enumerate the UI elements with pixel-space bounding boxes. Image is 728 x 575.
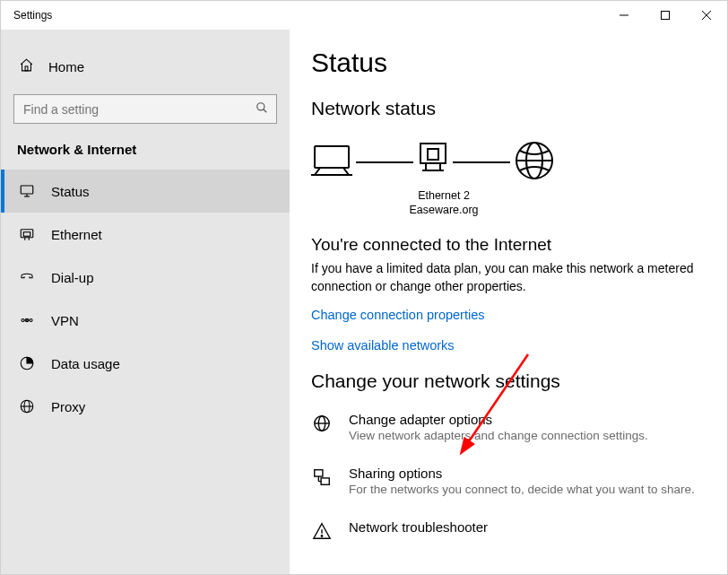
connection-name: Ethernet 2 (311, 189, 576, 204)
warning-icon (311, 519, 333, 541)
search-container (1, 85, 290, 136)
settings-window: Settings Home (0, 0, 728, 575)
svg-point-15 (30, 319, 32, 322)
globe-icon (514, 140, 555, 185)
titlebar: Settings (1, 1, 727, 30)
row-desc: View network adapters and change connect… (349, 429, 648, 442)
svg-point-5 (257, 102, 264, 109)
vpn-icon (19, 312, 35, 328)
row-network-troubleshooter[interactable]: Network troubleshooter (311, 519, 706, 541)
globe-icon (311, 412, 333, 433)
search-icon (256, 101, 268, 118)
svg-rect-37 (315, 470, 323, 476)
home-icon (19, 57, 34, 76)
adapter-icon (417, 142, 449, 183)
network-diagram (311, 135, 706, 189)
row-title: Sharing options (349, 466, 695, 481)
category-title: Network & Internet (1, 136, 290, 170)
window-title: Settings (1, 9, 52, 22)
svg-line-24 (315, 168, 320, 175)
connected-title: You're connected to the Internet (311, 235, 706, 255)
sidebar-item-label: Ethernet (51, 227, 102, 242)
sidebar-item-label: Status (51, 184, 90, 199)
sidebar: Home Network & Internet (1, 30, 290, 574)
nav-list: Status Ethernet (1, 170, 290, 428)
row-desc: For the networks you connect to, decide … (349, 483, 695, 496)
connection-line (356, 161, 413, 163)
maximize-button[interactable] (645, 1, 686, 30)
svg-line-25 (343, 168, 349, 175)
close-button[interactable] (686, 1, 727, 30)
main-pane: Status Network status (290, 30, 727, 574)
sidebar-item-label: VPN (51, 313, 79, 328)
row-sharing-options[interactable]: Sharing options For the networks you con… (311, 466, 706, 496)
sharing-icon (311, 466, 333, 487)
diagram-labels: Ethernet 2 Easeware.org (311, 189, 576, 217)
svg-rect-7 (21, 186, 33, 194)
link-change-connection-properties[interactable]: Change connection properties (311, 308, 706, 322)
change-settings-heading: Change your network settings (311, 370, 706, 392)
sidebar-item-label: Data usage (51, 356, 120, 371)
minimize-button[interactable] (603, 1, 645, 30)
sidebar-item-vpn[interactable]: VPN (1, 299, 290, 342)
home-button[interactable]: Home (1, 48, 290, 85)
row-change-adapter-options[interactable]: Change adapter options View network adap… (311, 412, 706, 442)
sidebar-item-label: Dial-up (51, 270, 94, 285)
svg-rect-22 (315, 146, 349, 168)
row-title: Change adapter options (349, 412, 648, 427)
svg-rect-4 (25, 65, 28, 70)
sidebar-item-ethernet[interactable]: Ethernet (1, 213, 290, 256)
sidebar-item-status[interactable]: Status (1, 170, 290, 213)
ethernet-icon (19, 226, 35, 242)
sidebar-item-proxy[interactable]: Proxy (1, 385, 290, 428)
data-usage-icon (19, 355, 35, 371)
connection-line (453, 161, 510, 163)
svg-point-42 (321, 536, 322, 536)
sidebar-item-dialup[interactable]: Dial-up (1, 256, 290, 299)
svg-rect-27 (428, 149, 438, 160)
row-title: Network troubleshooter (349, 519, 488, 535)
svg-rect-38 (321, 478, 329, 484)
home-label: Home (48, 59, 84, 74)
search-input[interactable] (13, 94, 277, 124)
body: Home Network & Internet (1, 30, 727, 574)
connected-desc: If you have a limited data plan, you can… (311, 260, 697, 295)
connection-domain: Easeware.org (311, 204, 576, 218)
dialup-icon (19, 269, 35, 285)
computer-icon (311, 143, 352, 182)
svg-point-14 (22, 319, 24, 322)
network-status-heading: Network status (311, 98, 706, 119)
proxy-icon (19, 398, 35, 414)
sidebar-item-datausage[interactable]: Data usage (1, 342, 290, 385)
link-show-available-networks[interactable]: Show available networks (311, 338, 706, 353)
svg-rect-11 (23, 232, 30, 237)
status-icon (19, 183, 35, 199)
svg-line-6 (264, 109, 267, 112)
sidebar-item-label: Proxy (51, 399, 85, 414)
svg-rect-1 (662, 12, 670, 20)
page-title: Status (311, 48, 706, 78)
